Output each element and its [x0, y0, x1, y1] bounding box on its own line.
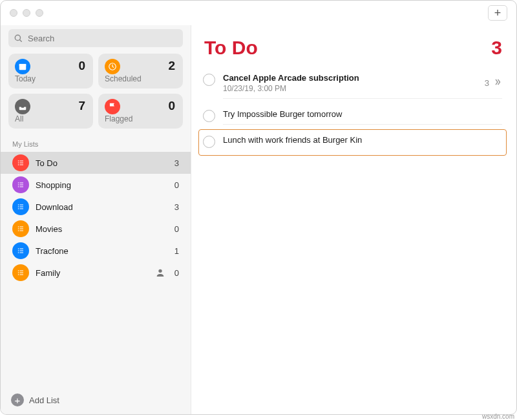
tray-icon [15, 99, 30, 114]
svg-point-27 [18, 248, 19, 249]
svg-point-39 [158, 269, 162, 273]
svg-rect-32 [20, 253, 24, 253]
svg-rect-38 [20, 275, 24, 275]
zoom-window-button[interactable] [36, 9, 43, 17]
reminder-row[interactable]: Lunch with work friends at Burger Kin [199, 130, 506, 155]
svg-point-13 [18, 186, 19, 187]
list-count: 1 [174, 246, 179, 256]
reminder-title: Cancel Apple Arcade subscription [223, 73, 485, 83]
svg-point-23 [18, 228, 19, 229]
watermark: wsxdn.com [482, 413, 514, 420]
minimize-window-button[interactable] [23, 9, 30, 17]
list-icon [12, 220, 29, 237]
list-name: To Do [36, 158, 168, 168]
complete-toggle[interactable] [203, 74, 215, 86]
svg-rect-34 [20, 271, 24, 271]
svg-point-19 [18, 208, 19, 209]
smart-count: 0 [78, 59, 85, 73]
shared-icon [155, 268, 165, 278]
smart-list-flagged[interactable]: 0 Flagged [98, 94, 183, 129]
list-count: 3 [174, 202, 179, 212]
svg-rect-12 [20, 185, 24, 185]
list-count: 0 [174, 268, 179, 278]
sidebar-list-item[interactable]: Movies 0 [1, 218, 191, 240]
smart-count: 0 [168, 99, 175, 113]
svg-rect-28 [20, 249, 24, 249]
smart-list-all[interactable]: 7 All [8, 94, 93, 129]
smart-label: Flagged [105, 114, 175, 123]
reminder-subtitle: 10/23/19, 3:00 PM [223, 84, 485, 93]
svg-point-17 [18, 206, 19, 207]
list-title: To Do [204, 37, 258, 59]
svg-point-35 [18, 272, 19, 273]
sidebar-list-item[interactable]: To Do 3 [1, 152, 191, 174]
sidebar-list-item[interactable]: Download 3 [1, 196, 191, 218]
complete-toggle[interactable] [203, 136, 215, 148]
my-lists: To Do 3 Shopping 0 Download 3 Movies 0 T… [1, 152, 191, 386]
traffic-lights [10, 9, 43, 17]
smart-list-scheduled[interactable]: 2 Scheduled [98, 54, 183, 89]
list-name: Movies [36, 224, 168, 234]
reminder-row[interactable]: Cancel Apple Arcade subscription 10/23/1… [200, 68, 505, 104]
complete-toggle[interactable] [203, 110, 215, 122]
plus-circle-icon: + [11, 394, 24, 406]
window-body: 0 Today 2 Scheduled 7 All 0 Flagged My L… [1, 25, 516, 414]
list-icon [12, 198, 29, 215]
list-icon [12, 176, 29, 193]
svg-point-15 [18, 204, 19, 205]
clock-icon [105, 59, 120, 74]
plus-icon: + [494, 6, 501, 20]
list-header: To Do 3 [200, 37, 505, 68]
reminder-title: Try Impossible Burger tomorrow [223, 109, 502, 119]
svg-rect-26 [20, 231, 24, 231]
svg-point-21 [18, 226, 19, 227]
svg-point-3 [18, 160, 19, 162]
svg-rect-36 [20, 273, 24, 273]
svg-rect-14 [20, 187, 24, 187]
smart-label: All [15, 114, 85, 123]
svg-rect-10 [20, 183, 24, 184]
chevron-right-icon[interactable] [493, 78, 502, 89]
list-name: Tracfone [36, 246, 168, 256]
svg-rect-18 [20, 207, 24, 207]
sidebar-list-item[interactable]: Tracfone 1 [1, 240, 191, 262]
add-list-button[interactable]: + Add List [1, 386, 191, 414]
svg-point-25 [18, 230, 19, 231]
flag-icon [105, 99, 120, 114]
list-name: Download [36, 202, 168, 212]
smart-count: 7 [78, 99, 85, 113]
svg-rect-30 [20, 251, 24, 251]
svg-rect-24 [20, 229, 24, 229]
svg-point-33 [18, 270, 19, 271]
sidebar: 0 Today 2 Scheduled 7 All 0 Flagged My L… [1, 25, 191, 414]
svg-rect-20 [20, 209, 24, 209]
list-icon [12, 242, 29, 259]
reminder-row[interactable]: Try Impossible Burger tomorrow [200, 104, 505, 130]
smart-label: Scheduled [105, 74, 175, 83]
svg-rect-1 [19, 64, 26, 66]
svg-point-31 [18, 252, 19, 253]
reminder-title: Lunch with work friends at Burger Kin [223, 135, 502, 145]
svg-rect-8 [20, 165, 24, 165]
add-reminder-button[interactable]: + [488, 5, 507, 21]
list-count: 3 [491, 37, 502, 59]
smart-label: Today [15, 74, 85, 83]
search-input[interactable] [8, 29, 183, 47]
svg-point-7 [18, 164, 19, 165]
search-container [1, 29, 191, 54]
sidebar-list-item[interactable]: Family 0 [1, 262, 191, 284]
svg-point-5 [18, 162, 19, 163]
smart-list-today[interactable]: 0 Today [8, 54, 93, 89]
svg-rect-16 [20, 205, 24, 205]
add-list-label: Add List [29, 395, 59, 405]
smart-count: 2 [168, 59, 175, 73]
svg-point-11 [18, 184, 19, 185]
svg-rect-4 [20, 161, 24, 162]
close-window-button[interactable] [10, 9, 17, 17]
sidebar-list-item[interactable]: Shopping 0 [1, 174, 191, 196]
subtask-count: 3 [485, 78, 489, 88]
my-lists-label: My Lists [1, 138, 191, 152]
list-name: Shopping [36, 180, 168, 190]
svg-point-37 [18, 274, 19, 275]
reminders-list: Cancel Apple Arcade subscription 10/23/1… [200, 68, 505, 155]
